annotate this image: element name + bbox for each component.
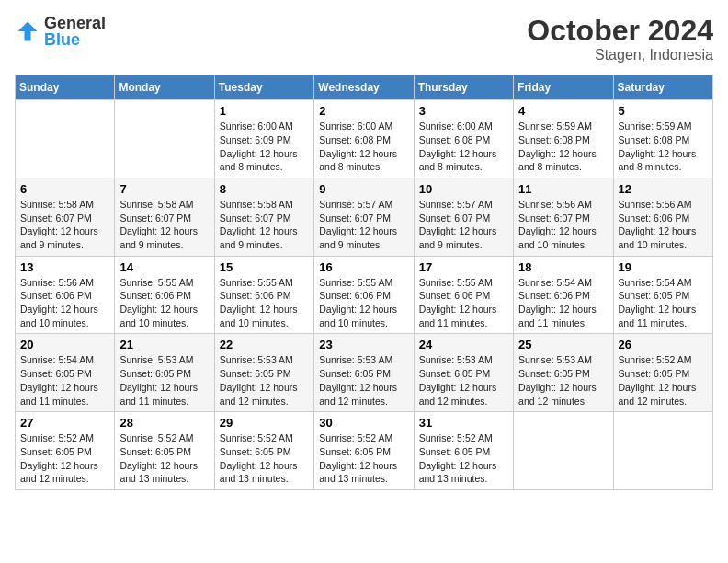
- calendar-week-1: 1Sunrise: 6:00 AMSunset: 6:09 PMDaylight…: [16, 100, 713, 178]
- weekday-header-row: SundayMondayTuesdayWednesdayThursdayFrid…: [16, 75, 713, 100]
- day-number: 29: [220, 416, 309, 430]
- svg-marker-0: [18, 22, 38, 41]
- day-number: 12: [619, 182, 708, 196]
- day-number: 22: [220, 338, 309, 351]
- day-info: Sunrise: 6:00 AMSunset: 6:09 PMDaylight:…: [220, 120, 309, 174]
- day-info: Sunrise: 5:57 AMSunset: 6:07 PMDaylight:…: [419, 198, 508, 252]
- day-number: 14: [119, 260, 209, 274]
- day-number: 7: [119, 182, 209, 196]
- weekday-header-tuesday: Tuesday: [214, 75, 313, 100]
- day-number: 17: [419, 260, 508, 274]
- day-info: Sunrise: 5:55 AMSunset: 6:06 PMDaylight:…: [419, 276, 508, 330]
- day-number: 11: [518, 182, 608, 196]
- calendar-cell: 30Sunrise: 5:52 AMSunset: 6:05 PMDayligh…: [314, 412, 414, 490]
- day-number: 5: [619, 104, 708, 118]
- title-block: October 2024 Stagen, Indonesia: [527, 15, 713, 63]
- calendar-cell: 22Sunrise: 5:53 AMSunset: 6:05 PMDayligh…: [214, 334, 313, 412]
- calendar-cell: 17Sunrise: 5:55 AMSunset: 6:06 PMDayligh…: [414, 256, 513, 334]
- calendar-cell: 27Sunrise: 5:52 AMSunset: 6:05 PMDayligh…: [16, 412, 115, 490]
- day-info: Sunrise: 5:59 AMSunset: 6:08 PMDaylight:…: [619, 120, 708, 174]
- calendar-cell: 23Sunrise: 5:53 AMSunset: 6:05 PMDayligh…: [314, 334, 414, 412]
- calendar-cell: 15Sunrise: 5:55 AMSunset: 6:06 PMDayligh…: [214, 256, 313, 334]
- day-number: 13: [20, 260, 109, 274]
- weekday-header-wednesday: Wednesday: [314, 75, 414, 100]
- day-number: 8: [220, 182, 309, 196]
- month-title: October 2024: [527, 15, 713, 47]
- day-info: Sunrise: 5:56 AMSunset: 6:07 PMDaylight:…: [518, 198, 608, 252]
- day-info: Sunrise: 5:56 AMSunset: 6:06 PMDaylight:…: [20, 276, 109, 330]
- day-number: 16: [319, 260, 408, 274]
- calendar-week-4: 20Sunrise: 5:54 AMSunset: 6:05 PMDayligh…: [16, 334, 713, 412]
- logo-text: General Blue: [44, 15, 106, 48]
- day-info: Sunrise: 5:53 AMSunset: 6:05 PMDaylight:…: [419, 353, 508, 408]
- calendar-week-5: 27Sunrise: 5:52 AMSunset: 6:05 PMDayligh…: [16, 412, 713, 490]
- calendar-cell: 12Sunrise: 5:56 AMSunset: 6:06 PMDayligh…: [613, 178, 712, 256]
- calendar-cell: 2Sunrise: 6:00 AMSunset: 6:08 PMDaylight…: [314, 100, 414, 178]
- day-info: Sunrise: 5:58 AMSunset: 6:07 PMDaylight:…: [220, 198, 309, 252]
- day-number: 18: [518, 260, 608, 274]
- calendar-cell: 25Sunrise: 5:53 AMSunset: 6:05 PMDayligh…: [514, 334, 613, 412]
- calendar-cell: 9Sunrise: 5:57 AMSunset: 6:07 PMDaylight…: [314, 178, 414, 256]
- day-number: 1: [220, 104, 309, 118]
- day-info: Sunrise: 5:52 AMSunset: 6:05 PMDaylight:…: [220, 431, 309, 486]
- day-info: Sunrise: 5:55 AMSunset: 6:06 PMDaylight:…: [119, 276, 209, 330]
- calendar-cell: 20Sunrise: 5:54 AMSunset: 6:05 PMDayligh…: [16, 334, 115, 412]
- calendar-cell: 26Sunrise: 5:52 AMSunset: 6:05 PMDayligh…: [613, 334, 712, 412]
- calendar-cell: 6Sunrise: 5:58 AMSunset: 6:07 PMDaylight…: [16, 178, 115, 256]
- day-number: 25: [518, 338, 608, 351]
- calendar-cell: 1Sunrise: 6:00 AMSunset: 6:09 PMDaylight…: [214, 100, 313, 178]
- day-number: 26: [619, 338, 708, 351]
- calendar-cell: 5Sunrise: 5:59 AMSunset: 6:08 PMDaylight…: [613, 100, 712, 178]
- day-number: 27: [20, 416, 109, 430]
- day-info: Sunrise: 5:52 AMSunset: 6:05 PMDaylight:…: [319, 431, 408, 486]
- day-number: 4: [518, 104, 608, 118]
- weekday-header-friday: Friday: [514, 75, 613, 100]
- day-info: Sunrise: 5:53 AMSunset: 6:05 PMDaylight:…: [319, 353, 408, 408]
- location: Stagen, Indonesia: [527, 47, 713, 63]
- day-number: 30: [319, 416, 408, 430]
- calendar-week-3: 13Sunrise: 5:56 AMSunset: 6:06 PMDayligh…: [16, 256, 713, 334]
- day-number: 24: [419, 338, 508, 351]
- calendar-cell: 18Sunrise: 5:54 AMSunset: 6:06 PMDayligh…: [514, 256, 613, 334]
- day-info: Sunrise: 6:00 AMSunset: 6:08 PMDaylight:…: [319, 120, 408, 174]
- day-number: 31: [419, 416, 508, 430]
- day-number: 6: [20, 182, 109, 196]
- calendar-cell: 7Sunrise: 5:58 AMSunset: 6:07 PMDaylight…: [115, 178, 214, 256]
- calendar-cell: 31Sunrise: 5:52 AMSunset: 6:05 PMDayligh…: [414, 412, 513, 490]
- calendar-cell: 19Sunrise: 5:54 AMSunset: 6:05 PMDayligh…: [613, 256, 712, 334]
- day-number: 3: [419, 104, 508, 118]
- weekday-header-thursday: Thursday: [414, 75, 513, 100]
- calendar-cell: 13Sunrise: 5:56 AMSunset: 6:06 PMDayligh…: [16, 256, 115, 334]
- calendar-cell: 29Sunrise: 5:52 AMSunset: 6:05 PMDayligh…: [214, 412, 313, 490]
- calendar-cell: 11Sunrise: 5:56 AMSunset: 6:07 PMDayligh…: [514, 178, 613, 256]
- weekday-header-saturday: Saturday: [613, 75, 712, 100]
- day-info: Sunrise: 6:00 AMSunset: 6:08 PMDaylight:…: [419, 120, 508, 174]
- day-number: 19: [619, 260, 708, 274]
- logo: General Blue: [15, 15, 106, 48]
- calendar-week-2: 6Sunrise: 5:58 AMSunset: 6:07 PMDaylight…: [16, 178, 713, 256]
- day-info: Sunrise: 5:53 AMSunset: 6:05 PMDaylight:…: [119, 353, 209, 408]
- day-info: Sunrise: 5:52 AMSunset: 6:05 PMDaylight:…: [20, 431, 109, 486]
- day-info: Sunrise: 5:57 AMSunset: 6:07 PMDaylight:…: [319, 198, 408, 252]
- day-number: 15: [220, 260, 309, 274]
- logo-icon: [15, 18, 40, 44]
- weekday-header-monday: Monday: [115, 75, 214, 100]
- weekday-header-sunday: Sunday: [16, 75, 115, 100]
- day-info: Sunrise: 5:54 AMSunset: 6:05 PMDaylight:…: [619, 276, 708, 330]
- day-number: 20: [20, 338, 109, 351]
- day-number: 23: [319, 338, 408, 351]
- calendar-cell: [514, 412, 613, 490]
- calendar-cell: 10Sunrise: 5:57 AMSunset: 6:07 PMDayligh…: [414, 178, 513, 256]
- day-number: 9: [319, 182, 408, 196]
- day-info: Sunrise: 5:53 AMSunset: 6:05 PMDaylight:…: [220, 353, 309, 408]
- day-info: Sunrise: 5:53 AMSunset: 6:05 PMDaylight:…: [518, 353, 608, 408]
- calendar-cell: [115, 100, 214, 178]
- day-info: Sunrise: 5:55 AMSunset: 6:06 PMDaylight:…: [220, 276, 309, 330]
- calendar-cell: 24Sunrise: 5:53 AMSunset: 6:05 PMDayligh…: [414, 334, 513, 412]
- day-info: Sunrise: 5:52 AMSunset: 6:05 PMDaylight:…: [419, 431, 508, 486]
- day-info: Sunrise: 5:52 AMSunset: 6:05 PMDaylight:…: [619, 353, 708, 408]
- calendar-cell: 21Sunrise: 5:53 AMSunset: 6:05 PMDayligh…: [115, 334, 214, 412]
- day-info: Sunrise: 5:52 AMSunset: 6:05 PMDaylight:…: [119, 431, 209, 486]
- day-info: Sunrise: 5:54 AMSunset: 6:06 PMDaylight:…: [518, 276, 608, 330]
- page-header: General Blue October 2024 Stagen, Indone…: [15, 15, 713, 63]
